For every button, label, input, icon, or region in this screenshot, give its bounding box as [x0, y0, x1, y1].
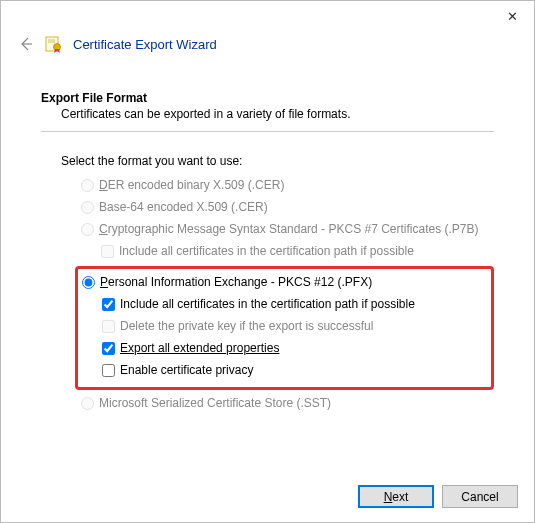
- radio-pkcs7-label: Cryptographic Message Syntax Standard - …: [99, 222, 479, 236]
- checkbox-pfx-privacy-label[interactable]: Enable certificate privacy: [120, 363, 253, 377]
- radio-sst-label: Microsoft Serialized Certificate Store (…: [99, 396, 331, 410]
- checkbox-pfx-privacy[interactable]: [102, 364, 115, 377]
- section-description: Certificates can be exported in a variet…: [41, 107, 494, 121]
- highlight-box: Personal Information Exchange - PKCS #12…: [75, 266, 494, 390]
- radio-pfx-label[interactable]: Personal Information Exchange - PKCS #12…: [100, 275, 372, 289]
- certificate-icon: [45, 35, 63, 53]
- checkbox-pfx-delete: [102, 320, 115, 333]
- radio-pfx[interactable]: [82, 276, 95, 289]
- section-title: Export File Format: [41, 91, 494, 105]
- radio-der: [81, 179, 94, 192]
- back-arrow-icon[interactable]: [17, 35, 35, 53]
- wizard-title: Certificate Export Wizard: [73, 37, 217, 52]
- next-button[interactable]: Next: [358, 485, 434, 508]
- checkbox-pkcs7-include-label: Include all certificates in the certific…: [119, 244, 414, 258]
- checkbox-pkcs7-include: [101, 245, 114, 258]
- radio-base64: [81, 201, 94, 214]
- radio-sst: [81, 397, 94, 410]
- close-icon: ✕: [507, 9, 518, 24]
- radio-der-label: DER encoded binary X.509 (.CER): [99, 178, 284, 192]
- checkbox-pfx-extended[interactable]: [102, 342, 115, 355]
- select-format-label: Select the format you want to use:: [41, 154, 494, 168]
- cancel-button[interactable]: Cancel: [442, 485, 518, 508]
- checkbox-pfx-include[interactable]: [102, 298, 115, 311]
- checkbox-pfx-delete-label: Delete the private key if the export is …: [120, 319, 373, 333]
- radio-base64-label: Base-64 encoded X.509 (.CER): [99, 200, 268, 214]
- close-button[interactable]: ✕: [492, 3, 532, 29]
- divider: [41, 131, 494, 132]
- checkbox-pfx-extended-label[interactable]: Export all extended properties: [120, 341, 279, 355]
- checkbox-pfx-include-label[interactable]: Include all certificates in the certific…: [120, 297, 415, 311]
- radio-pkcs7: [81, 223, 94, 236]
